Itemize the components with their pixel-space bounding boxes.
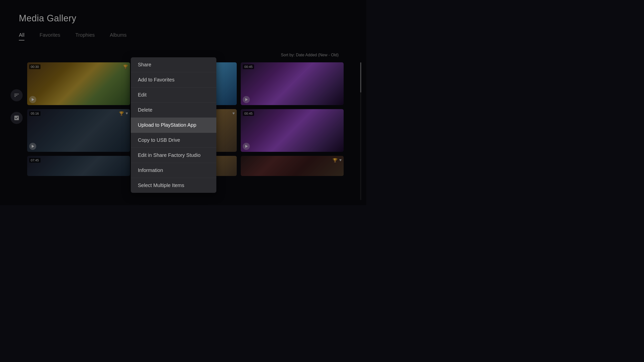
context-menu-share[interactable]: Share (131, 57, 216, 72)
context-menu-upload-ps-app[interactable]: Upload to PlayStation App (131, 118, 216, 133)
context-menu-edit[interactable]: Edit (131, 87, 216, 103)
context-menu-information[interactable]: Information (131, 163, 216, 178)
context-menu-copy-usb[interactable]: Copy to USB Drive (131, 133, 216, 148)
context-menu-select-multiple[interactable]: Select Multiple Items (131, 178, 216, 193)
context-menu-delete[interactable]: Delete (131, 103, 216, 118)
context-menu-add-favorites[interactable]: Add to Favorites (131, 72, 216, 87)
context-menu-edit-share-factory[interactable]: Edit in Share Factory Studio (131, 148, 216, 163)
context-menu: Share Add to Favorites Edit Delete Uploa… (131, 57, 216, 193)
